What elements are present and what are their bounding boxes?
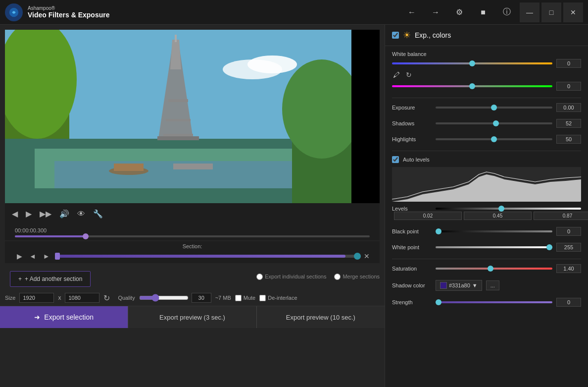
mute-option[interactable]: Mute	[235, 295, 255, 301]
black-point-slider[interactable]	[436, 230, 552, 232]
reset-size-button[interactable]: ↻	[103, 293, 110, 303]
dropdown-chevron-icon: ▼	[472, 282, 478, 288]
bottom-row: Size x ↻ Quality ~7 MB Mute De-interlace	[0, 290, 385, 306]
close-button[interactable]: ✕	[563, 2, 583, 22]
section-in-button[interactable]: ◄	[27, 251, 38, 261]
add-export-row: + + Add another section Export individua…	[5, 266, 380, 287]
section-handle-left[interactable]	[55, 253, 60, 260]
mute-checkbox[interactable]	[235, 295, 242, 301]
histogram	[392, 167, 581, 202]
black-point-value[interactable]	[556, 227, 581, 236]
time-display: 00:00:00.300	[15, 226, 370, 234]
wb-reset-button[interactable]: ↻	[405, 70, 413, 80]
merge-sections-option[interactable]: Merge sections	[334, 274, 380, 280]
nav-forward-button[interactable]: →	[425, 1, 446, 23]
timeline-thumb[interactable]	[83, 233, 89, 239]
shadow-color-picker-button[interactable]: #331a80 ▼	[436, 280, 482, 291]
quality-slider-wrap	[139, 293, 211, 303]
prev-frame-button[interactable]: ◀	[10, 207, 20, 221]
exposure-slider[interactable]	[436, 107, 552, 109]
section-controls: ▶ ◄ ► ✕	[15, 251, 370, 261]
strength-slider[interactable]	[436, 301, 552, 303]
height-input[interactable]	[65, 293, 99, 303]
video-content	[5, 30, 351, 203]
auto-levels-checkbox[interactable]	[392, 156, 399, 163]
export-preview-3-button[interactable]: Export preview (3 sec.)	[128, 306, 256, 328]
white-point-slider[interactable]	[436, 246, 552, 248]
nav-back-button[interactable]: ←	[401, 1, 423, 23]
highlights-value[interactable]	[556, 135, 581, 144]
wb-blue-row	[392, 59, 581, 68]
white-point-row: White point	[392, 243, 581, 252]
levels-slider[interactable]	[436, 208, 581, 210]
wb-blue-slider[interactable]	[392, 62, 552, 64]
shadow-color-more-button[interactable]: ...	[486, 280, 499, 290]
minimize-button[interactable]: —	[520, 2, 539, 22]
maximize-button[interactable]: □	[541, 2, 561, 22]
eye-button[interactable]: 👁	[75, 208, 87, 221]
white-point-value[interactable]	[556, 243, 581, 252]
add-section-button[interactable]: + + Add another section	[10, 271, 91, 287]
saturation-label: Saturation	[392, 266, 432, 272]
svg-rect-20	[173, 164, 213, 169]
add-section-label: + Add another section	[25, 276, 82, 282]
levels-group: Levels	[392, 206, 581, 220]
svg-rect-12	[157, 136, 199, 140]
section-out-button[interactable]: ►	[41, 251, 52, 261]
export-individual-option[interactable]: Export individual sections	[256, 274, 326, 280]
main-container: ◀ ▶ ▶▶ 🔊 👁 🔧 00:00:00.300 Section: ▶ ◄ ►	[0, 25, 588, 387]
divider-1	[392, 98, 581, 98]
svg-rect-19	[114, 164, 144, 171]
shadows-slider[interactable]	[436, 122, 552, 124]
levels-val-1[interactable]	[394, 212, 462, 220]
export-preview-3-label: Export preview (3 sec.)	[159, 314, 225, 321]
section-expand-button[interactable]: ▶	[15, 251, 24, 261]
timeline-bar[interactable]	[15, 235, 370, 237]
white-point-group: White point	[392, 243, 581, 252]
white-balance-group: White balance 🖍 ↻	[392, 51, 581, 91]
panel-enable-checkbox[interactable]	[392, 32, 399, 39]
deinterlace-option[interactable]: De-interlace	[259, 295, 297, 301]
black-point-row: Black point	[392, 227, 581, 236]
next-frame-button[interactable]: ▶▶	[38, 207, 53, 221]
export-buttons: ➜ Export selection Export preview (3 sec…	[0, 306, 385, 328]
strength-value[interactable]	[556, 298, 581, 307]
levels-val-3[interactable]	[534, 212, 588, 220]
settings-video-button[interactable]: 🔧	[91, 207, 105, 221]
add-icon: +	[18, 276, 22, 282]
export-preview-10-button[interactable]: Export preview (10 sec.)	[256, 306, 385, 328]
width-input[interactable]	[19, 293, 54, 303]
deinterlace-checkbox[interactable]	[259, 295, 266, 301]
saturation-value[interactable]	[556, 264, 581, 273]
strength-group: Strength	[392, 298, 581, 307]
shadows-value[interactable]	[556, 119, 581, 128]
quality-value-input[interactable]	[192, 293, 211, 303]
settings-button[interactable]: ⚙	[448, 1, 470, 23]
view-button[interactable]: ■	[472, 1, 494, 23]
exposure-group: Exposure	[392, 103, 581, 112]
highlights-slider[interactable]	[436, 138, 552, 140]
info-button[interactable]: ⓘ	[496, 1, 518, 23]
section-handle-right[interactable]	[354, 253, 361, 260]
wb-green-slider[interactable]	[392, 85, 552, 87]
timeline-area: 00:00:00.300	[5, 224, 380, 240]
file-size-label: ~7 MB	[215, 295, 231, 301]
section-close-button[interactable]: ✕	[364, 252, 370, 260]
wb-blue-value[interactable]	[556, 59, 581, 68]
playback-controls: ◀ ▶ ▶▶ 🔊 👁 🔧	[5, 203, 380, 224]
exposure-value[interactable]	[556, 103, 581, 112]
play-button[interactable]: ▶	[24, 207, 34, 221]
volume-button[interactable]: 🔊	[57, 207, 71, 221]
export-individual-radio[interactable]	[256, 274, 263, 280]
saturation-slider[interactable]	[436, 268, 552, 270]
wb-eyedropper-button[interactable]: 🖍	[392, 70, 401, 80]
svg-rect-13	[168, 99, 188, 102]
quality-slider[interactable]	[139, 294, 189, 302]
x-separator: x	[58, 294, 61, 301]
merge-sections-radio[interactable]	[334, 274, 341, 280]
section-bar[interactable]	[55, 255, 361, 258]
wb-green-value[interactable]	[556, 82, 581, 91]
export-selection-button[interactable]: ➜ Export selection	[0, 306, 128, 328]
shadow-color-hex-label: #331a80	[449, 282, 470, 288]
levels-val-2[interactable]	[464, 212, 532, 220]
